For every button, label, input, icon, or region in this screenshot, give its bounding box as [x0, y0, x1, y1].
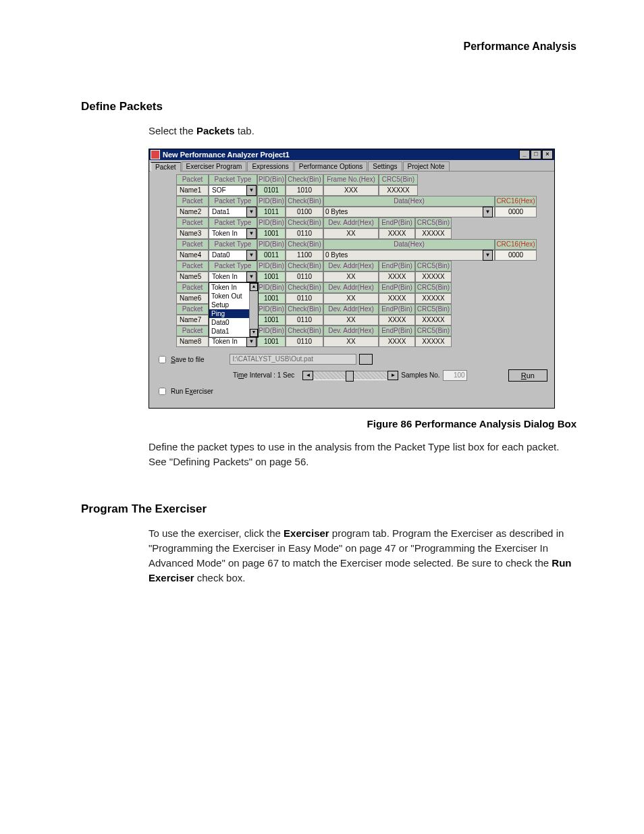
check-field: 0110	[286, 271, 323, 282]
tab-settings[interactable]: Settings	[368, 161, 402, 171]
section-program-exerciser-title: Program The Exerciser	[81, 502, 576, 516]
section1-para2: Define the packet types to use in the an…	[149, 440, 576, 469]
col-frame: Frame No.(Hex)	[323, 174, 379, 185]
col-endp: EndP(Bin)	[379, 282, 415, 293]
endp-field[interactable]: XXXX	[379, 293, 415, 304]
pid-field[interactable]: 1001	[257, 271, 286, 282]
chevron-down-icon[interactable]: ▼	[246, 336, 257, 347]
slider-thumb[interactable]	[346, 371, 354, 382]
samples-no-field[interactable]: 100	[443, 370, 467, 381]
tab-performance-options[interactable]: Performance Options	[294, 161, 368, 171]
maximize-button[interactable]: □	[531, 150, 541, 159]
chevron-down-icon[interactable]: ▼	[483, 250, 493, 261]
scroll-up-icon[interactable]: ▲	[250, 283, 258, 291]
browse-button[interactable]	[359, 354, 373, 365]
tab-expressions[interactable]: Expressions	[247, 161, 293, 171]
figure-caption: Figure 86 Performance Analysis Dialog Bo…	[81, 418, 576, 429]
col-packet: Packet	[176, 282, 209, 293]
col-pid: PID(Bin)	[257, 196, 286, 207]
dialog-footer: SSave to fileave to file I:\CATALYST_USB…	[149, 350, 554, 408]
run-exerciser-checkbox[interactable]	[159, 388, 166, 395]
pid-field[interactable]: 0101	[257, 185, 286, 196]
pid-field[interactable]: 1001	[257, 293, 286, 304]
endp-field[interactable]: XXXX	[379, 336, 415, 347]
pid-field[interactable]: 1011	[257, 207, 286, 217]
chevron-down-icon[interactable]: ▼	[246, 250, 257, 261]
chevron-down-icon[interactable]: ▼	[246, 228, 257, 239]
packet-type-select-open[interactable]: Token In▼	[209, 271, 257, 282]
t: tab.	[235, 125, 254, 136]
t: Exerciser	[284, 527, 329, 539]
col-crc5: CRC5(Bin)	[415, 325, 452, 336]
chevron-down-icon[interactable]: ▼	[246, 185, 257, 196]
data-field[interactable]: 0 Bytes▼	[323, 250, 495, 261]
crc16-field: 0000	[495, 250, 537, 261]
close-button[interactable]: ×	[542, 150, 553, 159]
packet-type-dropdown-list[interactable]: Token In Token Out Setup Ping Data0 Data…	[209, 282, 259, 338]
addr-field[interactable]: XX	[323, 271, 379, 282]
scroll-down-icon[interactable]: ▼	[250, 329, 258, 337]
col-check: Check(Bin)	[286, 325, 323, 336]
col-pid: PID(Bin)	[257, 261, 286, 271]
titlebar[interactable]: New Performance Analyzer Project1 _ □ ×	[149, 149, 554, 160]
endp-field[interactable]: XXXX	[379, 228, 415, 239]
pid-field[interactable]: 0011	[257, 250, 286, 261]
slider-left-icon[interactable]: ◄	[302, 371, 313, 380]
t: Select the	[149, 125, 196, 136]
minimize-button[interactable]: _	[519, 150, 530, 159]
tab-project-note[interactable]: Project Note	[403, 161, 450, 171]
col-crc5: CRC5(Bin)	[415, 282, 452, 293]
packet-type-select[interactable]: Token In▼	[209, 336, 257, 347]
save-to-file-label: SSave to fileave to file	[171, 356, 204, 363]
addr-field[interactable]: XX	[323, 315, 379, 325]
crc5-field: XXXXX	[415, 228, 452, 239]
col-check: Check(Bin)	[286, 261, 323, 271]
pid-field[interactable]: 1001	[257, 336, 286, 347]
pid-field[interactable]: 1001	[257, 315, 286, 325]
chevron-down-icon[interactable]: ▼	[246, 271, 257, 282]
endp-field[interactable]: XXXX	[379, 315, 415, 325]
chevron-down-icon[interactable]: ▼	[483, 207, 493, 217]
row-name: Name1	[176, 185, 209, 196]
tab-packet[interactable]: Packet	[151, 162, 181, 172]
time-interval-slider[interactable]: ◄ ►	[302, 371, 398, 380]
run-exerciser-label: Run Exerciser	[171, 388, 213, 395]
frame-field[interactable]: XXX	[323, 185, 379, 196]
col-packet: Packet	[176, 261, 209, 271]
slider-track[interactable]	[313, 371, 387, 380]
col-datahex: Data(Hex)	[323, 239, 495, 250]
col-addr: Dev. Addr(Hex)	[323, 325, 379, 336]
dropdown-scrollbar[interactable]: ▲ ▼	[249, 283, 258, 337]
slider-right-icon[interactable]: ►	[387, 371, 398, 380]
addr-field[interactable]: XX	[323, 336, 379, 347]
packet-type-select[interactable]: Data0▼	[209, 250, 257, 261]
dialog-window: New Performance Analyzer Project1 _ □ × …	[149, 149, 555, 409]
section1-intro: Select the Packets tab.	[149, 124, 576, 138]
col-packet-type: Packet Type	[209, 261, 257, 271]
addr-field[interactable]: XX	[323, 228, 379, 239]
col-check: Check(Bin)	[286, 239, 323, 250]
packet-type-select[interactable]: Data1▼	[209, 207, 257, 217]
pid-field[interactable]: 1001	[257, 228, 286, 239]
save-to-file-checkbox[interactable]	[159, 356, 166, 363]
col-packet-type: Packet Type	[209, 196, 257, 207]
t: To use the exerciser, click the	[149, 527, 284, 539]
col-crc16: CRC16(Hex)	[495, 196, 537, 207]
run-button[interactable]: Run	[508, 369, 547, 382]
v: SOF	[212, 186, 226, 194]
chevron-down-icon[interactable]: ▼	[246, 207, 257, 217]
data-field[interactable]: 0 Bytes▼	[323, 207, 495, 217]
v: Token In	[212, 230, 238, 237]
packet-type-select[interactable]: SOF▼	[209, 185, 257, 196]
crc5-field: XXXXX	[415, 293, 452, 304]
col-packet: Packet	[176, 217, 209, 228]
col-check: Check(Bin)	[286, 174, 323, 185]
save-path-field[interactable]: I:\CATALYST_USB\Out.pat	[230, 354, 356, 365]
tab-exerciser-program[interactable]: Exerciser Program	[182, 161, 247, 171]
col-endp: EndP(Bin)	[379, 325, 415, 336]
addr-field[interactable]: XX	[323, 293, 379, 304]
col-packet: Packet	[176, 174, 209, 185]
packet-type-select[interactable]: Token In▼	[209, 228, 257, 239]
endp-field[interactable]: XXXX	[379, 271, 415, 282]
check-field: 0110	[286, 293, 323, 304]
